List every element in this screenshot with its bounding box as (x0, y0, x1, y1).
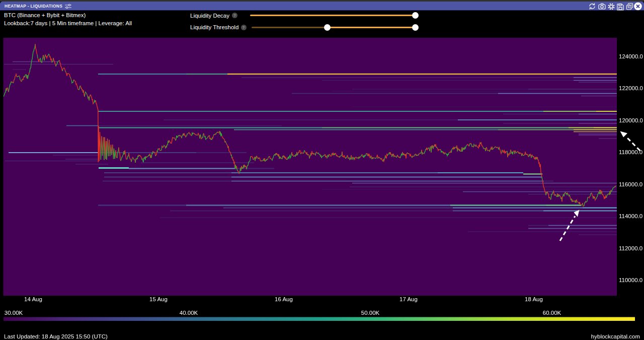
svg-text:hyblockcapital.com: hyblockcapital.com (591, 333, 640, 339)
svg-text:124000.0: 124000.0 (619, 53, 643, 59)
svg-text:120000.0: 120000.0 (619, 117, 643, 123)
svg-text:60.00K: 60.00K (543, 310, 561, 316)
svg-text:110000.0: 110000.0 (619, 277, 642, 283)
svg-text:114000.0: 114000.0 (619, 213, 642, 219)
svg-text:15 Aug: 15 Aug (149, 296, 168, 302)
svg-text:122000.0: 122000.0 (619, 85, 643, 91)
svg-text:Last Updated: 18 Aug 2025 15:5: Last Updated: 18 Aug 2025 15:50 (UTC) (4, 333, 108, 339)
svg-text:16 Aug: 16 Aug (275, 296, 293, 302)
svg-text:30.00K: 30.00K (5, 310, 23, 316)
svg-text:18 Aug: 18 Aug (525, 296, 543, 302)
svg-text:116000.0: 116000.0 (619, 181, 642, 187)
svg-text:40.00K: 40.00K (180, 310, 198, 316)
svg-text:14 Aug: 14 Aug (24, 296, 42, 302)
svg-text:112000.0: 112000.0 (619, 245, 642, 251)
svg-text:50.00K: 50.00K (361, 310, 380, 316)
svg-text:17 Aug: 17 Aug (399, 296, 418, 302)
